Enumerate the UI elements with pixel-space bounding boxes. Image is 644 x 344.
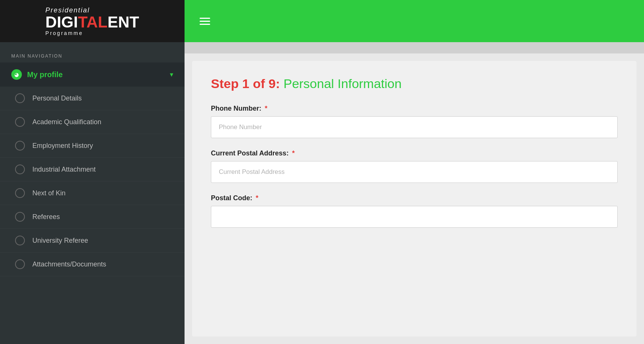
sidebar-item-next-of-kin[interactable]: Next of Kin <box>0 181 185 205</box>
postal-code-label-text: Postal Code: <box>211 194 252 202</box>
phone-number-input[interactable] <box>211 116 618 138</box>
circle-icon <box>15 236 25 245</box>
logo-container: Presidential DIGITALENT Programme <box>0 0 185 42</box>
content-top-bar <box>185 42 644 53</box>
postal-address-group: Current Postal Address: * <box>211 149 618 183</box>
phone-label-text: Phone Number: <box>211 105 261 112</box>
profile-left: ◕ My profile <box>11 69 63 80</box>
postal-address-label: Current Postal Address: * <box>211 149 618 157</box>
phone-number-group: Phone Number: * <box>211 105 618 138</box>
content-area: Step 1 of 9: Personal Information Phone … <box>185 42 644 344</box>
sidebar-item-label: Industrial Attachment <box>32 166 96 174</box>
sidebar-item-label: Attachments/Documents <box>32 260 106 268</box>
logo-ent: ENT <box>107 13 139 31</box>
phone-number-label: Phone Number: * <box>211 105 618 113</box>
sidebar-item-label: Academic Qualification <box>32 118 101 126</box>
postal-code-input[interactable] <box>211 206 618 228</box>
sidebar-item-label: Next of Kin <box>32 189 66 197</box>
logo-digi: DIGI <box>46 13 78 31</box>
profile-label: My profile <box>27 70 63 79</box>
required-star: * <box>265 105 267 112</box>
hamburger-line-3 <box>200 24 210 25</box>
sidebar: MAIN NAVIGATION ◕ My profile ▾ Personal … <box>0 42 185 344</box>
chevron-down-icon: ▾ <box>170 70 173 79</box>
form-card: Step 1 of 9: Personal Information Phone … <box>192 61 636 336</box>
sidebar-item-academic-qualification[interactable]: Academic Qualification <box>0 110 185 134</box>
sidebar-item-industrial-attachment[interactable]: Industrial Attachment <box>0 158 185 181</box>
sidebar-item-attachments-documents[interactable]: Attachments/Documents <box>0 253 185 276</box>
logo-tal: TAL <box>78 13 108 31</box>
sidebar-item-personal-details[interactable]: Personal Details <box>0 87 185 110</box>
logo-digital: DIGITALENT <box>46 14 139 30</box>
profile-pie-icon: ◕ <box>11 69 22 80</box>
circle-icon <box>15 141 25 151</box>
logo: Presidential DIGITALENT Programme <box>46 6 139 36</box>
sidebar-item-referees[interactable]: Referees <box>0 205 185 229</box>
postal-address-input[interactable] <box>211 161 618 183</box>
sidebar-item-label: Personal Details <box>32 94 82 102</box>
sidebar-item-label: Employment History <box>32 142 93 150</box>
sidebar-item-university-referee[interactable]: University Referee <box>0 229 185 253</box>
step-number: Step 1 of 9: <box>211 76 280 91</box>
header-nav <box>185 0 644 42</box>
sidebar-item-my-profile[interactable]: ◕ My profile ▾ <box>0 62 185 87</box>
required-star: * <box>256 194 258 202</box>
postal-code-group: Postal Code: * <box>211 194 618 228</box>
main-nav-label: MAIN NAVIGATION <box>0 46 185 62</box>
hamburger-line-2 <box>200 21 210 22</box>
circle-icon <box>15 93 25 103</box>
circle-icon <box>15 164 25 174</box>
header: Presidential DIGITALENT Programme <box>0 0 644 42</box>
step-name-text: Personal Information <box>284 76 402 91</box>
sidebar-item-label: University Referee <box>32 237 88 245</box>
circle-icon <box>15 117 25 127</box>
menu-button[interactable] <box>200 18 210 25</box>
step-title: Step 1 of 9: Personal Information <box>211 76 618 91</box>
sidebar-item-label: Referees <box>32 213 60 221</box>
sidebar-item-employment-history[interactable]: Employment History <box>0 134 185 158</box>
circle-icon <box>15 212 25 222</box>
hamburger-line-1 <box>200 18 210 19</box>
postal-code-label: Postal Code: * <box>211 194 618 202</box>
postal-label-text: Current Postal Address: <box>211 149 288 157</box>
logo-programme: Programme <box>46 30 83 36</box>
circle-icon <box>15 188 25 198</box>
required-star: * <box>292 149 295 157</box>
circle-icon <box>15 259 25 269</box>
main-layout: MAIN NAVIGATION ◕ My profile ▾ Personal … <box>0 42 644 344</box>
